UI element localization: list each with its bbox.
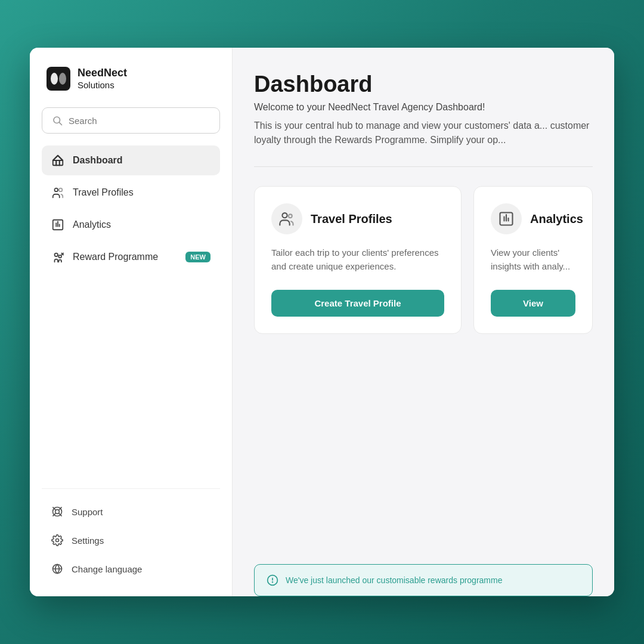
svg-point-12 <box>55 253 58 257</box>
travel-profiles-card: Travel Profiles Tailor each trip to your… <box>254 186 462 334</box>
svg-rect-0 <box>47 67 70 91</box>
search-icon <box>52 115 63 126</box>
card-header-travel: Travel Profiles <box>271 203 444 234</box>
analytics-card: Analytics View your clients' insights wi… <box>473 186 593 334</box>
sidebar-item-label-settings: Settings <box>72 535 104 546</box>
support-icon <box>51 506 63 518</box>
card-icon-analytics <box>491 203 522 234</box>
sidebar-nav: Dashboard Travel Profiles <box>42 145 220 488</box>
users-card-icon <box>278 210 295 227</box>
new-badge: NEW <box>185 252 210 262</box>
notification-bar: We've just launched our customisable rew… <box>254 564 593 596</box>
sidebar-item-reward-programme[interactable]: Reward Programme NEW <box>42 242 220 272</box>
card-header-analytics: Analytics <box>491 203 575 234</box>
card-desc-analytics: View your clients' insights with analy..… <box>491 246 575 273</box>
page-title: Dashboard <box>254 72 593 97</box>
logo-section: NeedNect Solutions <box>42 67 220 91</box>
svg-line-4 <box>59 122 61 125</box>
card-title-analytics: Analytics <box>530 212 583 226</box>
svg-point-2 <box>59 73 66 85</box>
svg-point-24 <box>282 213 287 218</box>
users-icon <box>51 186 64 199</box>
sidebar-item-analytics[interactable]: Analytics <box>42 210 220 240</box>
search-box[interactable] <box>42 107 220 134</box>
sidebar-item-dashboard[interactable]: Dashboard <box>42 145 220 175</box>
info-icon <box>267 574 278 586</box>
globe-icon <box>51 563 63 575</box>
card-icon-travel <box>271 203 302 234</box>
settings-icon <box>51 534 63 546</box>
page-description: This is your central hub to manage and v… <box>254 119 593 147</box>
sidebar-item-settings[interactable]: Settings <box>42 527 220 553</box>
svg-point-32 <box>273 582 273 583</box>
search-input[interactable] <box>69 116 210 126</box>
logo-icon <box>47 67 70 91</box>
logo-name: NeedNect <box>78 67 127 80</box>
sidebar-item-travel-profiles[interactable]: Travel Profiles <box>42 178 220 208</box>
cards-row: Travel Profiles Tailor each trip to your… <box>254 186 593 334</box>
sidebar-item-label-travel-profiles: Travel Profiles <box>73 187 134 198</box>
card-title-travel: Travel Profiles <box>311 212 392 226</box>
svg-point-13 <box>58 255 61 258</box>
sidebar-item-label-reward-programme: Reward Programme <box>73 252 158 262</box>
notification-text: We've just launched our customisable rew… <box>286 575 502 585</box>
divider <box>254 166 593 167</box>
sidebar-item-change-language[interactable]: Change language <box>42 556 220 582</box>
sidebar-item-support[interactable]: Support <box>42 499 220 525</box>
sidebar-item-label-support: Support <box>72 507 103 517</box>
logo-subtitle: Solutions <box>78 80 127 91</box>
page-subtitle: Welcome to your NeedNect Travel Agency D… <box>254 102 593 113</box>
svg-point-7 <box>59 188 63 192</box>
create-travel-profile-button[interactable]: Create Travel Profile <box>271 290 444 317</box>
svg-rect-5 <box>53 160 63 165</box>
svg-point-22 <box>56 539 59 542</box>
main-content: Dashboard Welcome to your NeedNect Trave… <box>233 48 614 596</box>
analytics-card-icon <box>498 210 515 227</box>
reward-icon <box>51 250 64 264</box>
svg-point-25 <box>289 214 292 218</box>
svg-point-1 <box>51 73 58 85</box>
logo-text: NeedNect Solutions <box>78 67 127 91</box>
home-icon <box>51 154 64 167</box>
sidebar: NeedNect Solutions <box>30 48 233 596</box>
analytics-icon <box>51 218 64 231</box>
view-analytics-button[interactable]: View <box>491 290 575 317</box>
sidebar-bottom: Support Settings Change language <box>42 488 220 582</box>
svg-point-6 <box>55 188 58 192</box>
sidebar-item-label-dashboard: Dashboard <box>73 155 123 166</box>
sidebar-item-label-analytics: Analytics <box>73 219 111 230</box>
card-desc-travel: Tailor each trip to your clients' prefer… <box>271 246 444 273</box>
sidebar-item-label-change-language: Change language <box>72 564 142 574</box>
